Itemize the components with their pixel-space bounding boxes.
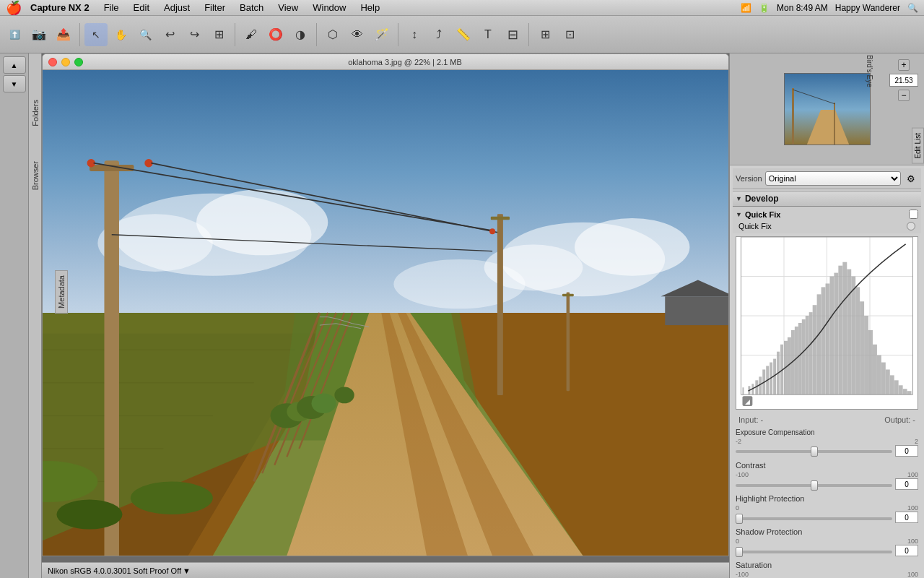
menu-help[interactable]: Help bbox=[354, 1, 385, 14]
tab-edit-list[interactable]: Edit List bbox=[912, 128, 924, 164]
toolbar-eraser[interactable]: ⭕ bbox=[264, 23, 287, 46]
zoom-value[interactable] bbox=[889, 74, 918, 87]
zoom-in-btn[interactable]: + bbox=[898, 59, 910, 71]
gear-button[interactable]: ⚙ bbox=[904, 171, 918, 186]
quick-fix-checkbox[interactable] bbox=[909, 210, 918, 219]
menu-adjust[interactable]: Adjust bbox=[158, 1, 196, 14]
traffic-light-yellow[interactable] bbox=[61, 58, 70, 66]
menu-batch[interactable]: Batch bbox=[234, 1, 269, 14]
contrast-max: 100 bbox=[907, 471, 918, 478]
saturation-max: 100 bbox=[907, 571, 918, 578]
quick-fix-arrow[interactable]: ▼ bbox=[736, 211, 742, 218]
svg-rect-53 bbox=[834, 103, 835, 145]
toolbar-separator-4 bbox=[398, 23, 398, 46]
svg-rect-80 bbox=[809, 312, 813, 394]
wifi-icon: 📶 bbox=[741, 3, 751, 13]
develop-section-header[interactable]: ▼ Develop bbox=[733, 191, 921, 207]
toolbar-undo[interactable]: ↩ bbox=[158, 23, 181, 46]
version-label: Version bbox=[736, 174, 762, 183]
saturation-min: -100 bbox=[736, 571, 749, 578]
exposure-value[interactable] bbox=[895, 445, 918, 457]
menu-view[interactable]: View bbox=[272, 1, 304, 14]
menu-filter[interactable]: Filter bbox=[199, 1, 231, 14]
svg-point-7 bbox=[393, 259, 525, 309]
toolbar-ruler[interactable]: 📏 bbox=[452, 23, 475, 46]
traffic-light-green[interactable] bbox=[74, 58, 83, 66]
toolbar-separator-3 bbox=[316, 23, 317, 46]
menu-file[interactable]: File bbox=[98, 1, 125, 14]
contrast-slider[interactable] bbox=[736, 484, 892, 487]
sliders-container: Exposure Compensation -2 2 Contrast bbox=[733, 427, 921, 578]
toolbar-eyedropper[interactable]: 👁 bbox=[346, 23, 369, 46]
clock: Mon 8:49 AM bbox=[777, 3, 828, 13]
menubar: 🍎 Capture NX 2 File Edit Adjust Filter B… bbox=[0, 0, 924, 16]
toolbar-icon-export[interactable]: 📤 bbox=[52, 23, 75, 46]
svg-rect-102 bbox=[903, 389, 907, 394]
shadow-value[interactable] bbox=[895, 545, 918, 556]
contrast-min: -100 bbox=[736, 471, 749, 478]
svg-rect-92 bbox=[860, 301, 864, 394]
zoom-out-btn[interactable]: − bbox=[898, 90, 910, 101]
toolbar-hand-tool[interactable]: ✋ bbox=[109, 23, 132, 46]
toolbar-redo[interactable]: ↪ bbox=[183, 23, 206, 46]
svg-rect-87 bbox=[838, 266, 842, 395]
toolbar-separator-1 bbox=[79, 23, 80, 46]
toolbar-brush[interactable]: 🖌 bbox=[240, 23, 263, 46]
toolbar: ⬆️ 📷 📤 ↖ ✋ 🔍 ↩ ↪ ⊞ 🖌 ⭕ ◑ ⬡ 👁 🪄 ↕ ⤴ 📏 T ⊟… bbox=[0, 16, 924, 53]
search-icon[interactable]: 🔍 bbox=[907, 3, 918, 13]
exposure-slider[interactable] bbox=[736, 450, 892, 453]
apple-menu[interactable]: 🍎 bbox=[6, 0, 22, 16]
toolbar-separator-5 bbox=[528, 23, 529, 46]
shadow-slider[interactable] bbox=[736, 551, 892, 553]
toolbar-gradient[interactable]: ◑ bbox=[289, 23, 312, 46]
toolbar-wand[interactable]: 🪄 bbox=[370, 23, 393, 46]
toolbar-curves[interactable]: ⤴ bbox=[427, 23, 450, 46]
battery-icon: 🔋 bbox=[759, 3, 770, 13]
svg-rect-94 bbox=[868, 330, 873, 394]
exposure-max: 2 bbox=[915, 438, 918, 445]
image-container: oklahoma 3.jpg @ 22% | 2.1 MB bbox=[42, 53, 729, 578]
toolbar-zoom-tool[interactable]: 🔍 bbox=[134, 23, 157, 46]
highlight-value[interactable] bbox=[895, 512, 918, 523]
sidebar-collapse-btn[interactable]: ▼ bbox=[3, 75, 26, 92]
svg-rect-89 bbox=[847, 269, 851, 395]
exposure-row: Exposure Compensation bbox=[733, 427, 921, 438]
toolbar-select-tool[interactable]: ↖ bbox=[84, 23, 108, 46]
menu-window[interactable]: Window bbox=[307, 1, 352, 14]
svg-rect-76 bbox=[795, 327, 798, 394]
shadow-max: 100 bbox=[907, 538, 918, 545]
toolbar-lasso[interactable]: ⬡ bbox=[321, 23, 344, 46]
tab-metadata[interactable]: Metadata bbox=[56, 271, 67, 313]
version-select[interactable]: Original bbox=[765, 171, 901, 186]
shadow-label: Shadow Protection bbox=[736, 527, 815, 536]
contrast-row: Contrast bbox=[733, 460, 921, 471]
svg-rect-90 bbox=[851, 277, 855, 395]
tab-browser[interactable]: Browser bbox=[30, 158, 41, 193]
svg-rect-98 bbox=[886, 369, 890, 394]
traffic-light-red[interactable] bbox=[48, 58, 57, 66]
toolbar-view-opts[interactable]: ⊞ bbox=[533, 23, 557, 46]
sidebar-expand-btn[interactable]: ▲ bbox=[3, 56, 26, 74]
image-view[interactable] bbox=[43, 70, 728, 556]
highlight-slider[interactable] bbox=[736, 517, 892, 520]
saturation-label: Saturation bbox=[736, 561, 815, 569]
quick-fix-circle[interactable] bbox=[907, 222, 915, 230]
toolbar-grid[interactable]: ⊟ bbox=[501, 23, 524, 46]
svg-rect-103 bbox=[907, 391, 912, 394]
contrast-value[interactable] bbox=[895, 478, 918, 490]
toolbar-more[interactable]: ⊡ bbox=[558, 23, 581, 46]
toolbar-text[interactable]: T bbox=[476, 23, 500, 46]
status-dropdown-arrow[interactable]: ▼ bbox=[183, 566, 191, 575]
svg-rect-82 bbox=[817, 294, 821, 394]
toolbar-levels[interactable]: ↕ bbox=[403, 23, 426, 46]
toolbar-separator-2 bbox=[235, 23, 235, 46]
toolbar-crop[interactable]: ⊞ bbox=[207, 23, 230, 46]
io-row: Input: - Output: - bbox=[733, 413, 921, 427]
toolbar-icon-generic[interactable]: ⬆️ bbox=[3, 23, 26, 46]
input-label: Input: - bbox=[738, 415, 763, 424]
tab-folders[interactable]: Folders bbox=[30, 97, 41, 129]
exposure-label: Exposure Compensation bbox=[736, 428, 815, 436]
window-chrome: oklahoma 3.jpg @ 22% | 2.1 MB bbox=[42, 53, 729, 556]
toolbar-icon-camera[interactable]: 📷 bbox=[27, 23, 51, 46]
menu-edit[interactable]: Edit bbox=[128, 1, 155, 14]
